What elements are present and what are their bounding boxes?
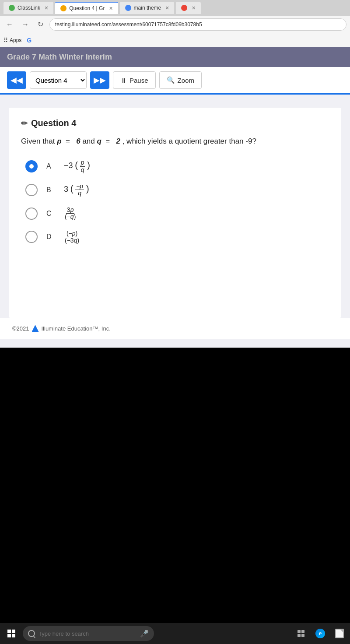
zoom-icon: 🔍 <box>167 76 175 84</box>
option-d-label: D <box>46 233 55 241</box>
question-title: ✏ Question 4 <box>21 118 329 128</box>
option-b-label: B <box>46 186 55 194</box>
dark-background <box>0 348 350 531</box>
windows-taskbar: 🎤 <box>0 623 350 644</box>
page-header-title: Grade 7 Math Winter Interim <box>7 53 112 61</box>
browser-chrome: ClassLink × Question 4 | Gr × main theme… <box>0 0 350 47</box>
pause-label: Pause <box>130 77 148 84</box>
nav-bar: ← → ↻ <box>0 16 350 33</box>
q-variable: q <box>97 137 101 145</box>
option-a-math: −3 ( p q ) <box>64 159 90 173</box>
frac-c-den: (−q) <box>64 214 77 220</box>
p-variable: p <box>57 137 61 145</box>
option-d-math: (−p) (−3q) <box>64 230 80 244</box>
tab-label-active: Question 4 | Gr <box>69 5 105 11</box>
radio-c[interactable] <box>25 208 38 220</box>
bookmark-google[interactable]: G <box>27 37 32 44</box>
tab-question4[interactable]: Question 4 | Gr × <box>55 2 118 14</box>
illuminate-logo-icon <box>32 325 39 332</box>
tab-favicon-extra <box>181 5 187 11</box>
bookmark-apps-label: Apps <box>10 37 21 43</box>
page-header: Grade 7 Math Winter Interim <box>0 47 350 67</box>
microphone-icon[interactable]: 🎤 <box>140 630 149 638</box>
next-question-button[interactable]: ▶▶ <box>90 71 109 89</box>
tab-favicon <box>9 5 15 11</box>
tab-maintheme[interactable]: main theme × <box>120 2 175 14</box>
tab-bar: ClassLink × Question 4 | Gr × main theme… <box>0 0 350 16</box>
option-b[interactable]: B 3 ( −p q ) <box>25 183 329 197</box>
windows-icon <box>7 630 15 637</box>
taskbar-search-bar[interactable]: 🎤 <box>23 626 154 641</box>
option-b-math: 3 ( −p q ) <box>64 183 89 197</box>
p-value: 6 <box>76 137 80 145</box>
q-value: 2 <box>116 137 120 145</box>
option-c[interactable]: C 3p (−q) <box>25 207 329 221</box>
task-view-button[interactable] <box>294 626 308 640</box>
tab-favicon-main <box>125 5 131 11</box>
page-footer: ©2021 Illuminate Education™, Inc. <box>0 318 350 339</box>
edge-browser-button[interactable] <box>313 626 327 640</box>
question-number-label: Question 4 <box>31 118 76 128</box>
zoom-label: Zoom <box>178 77 194 84</box>
next-icon: ▶▶ <box>94 75 106 85</box>
grid-icon <box>298 630 304 637</box>
assessment-toolbar: ◀◀ Question 4 ▶▶ ⏸ Pause 🔍 Zoom <box>0 67 350 95</box>
option-c-math: 3p (−q) <box>64 207 77 221</box>
option-c-label: C <box>46 210 55 218</box>
refresh-button[interactable]: ↻ <box>35 18 46 30</box>
tab-close-active[interactable]: × <box>109 5 112 12</box>
back-button[interactable]: ← <box>4 19 16 30</box>
taskbar-search-icon <box>28 630 35 637</box>
frac-b-den: q <box>77 190 82 197</box>
answer-options: A −3 ( p q ) B 3 ( <box>25 159 329 244</box>
google-icon: G <box>27 37 32 44</box>
tab-label: ClassLink <box>18 5 40 11</box>
question-suffix: , which yields a quotient greater than -… <box>122 137 256 145</box>
pencil-icon: ✏ <box>21 119 28 128</box>
address-bar[interactable] <box>49 18 346 31</box>
fraction-d: (−p) (−3q) <box>64 230 80 244</box>
option-a[interactable]: A −3 ( p q ) <box>25 159 329 173</box>
radio-b[interactable] <box>25 184 38 196</box>
frac-c-num: 3p <box>66 207 75 214</box>
radio-a[interactable] <box>25 160 38 172</box>
fraction-a: p q <box>80 159 85 173</box>
option-a-label: A <box>46 162 55 170</box>
and-text: and <box>82 137 97 145</box>
frac-a-num: p <box>80 159 85 166</box>
prev-question-button[interactable]: ◀◀ <box>7 71 26 89</box>
bookmarks-bar: ⠿ Apps G <box>0 33 350 47</box>
taskbar-icons <box>294 626 346 640</box>
taskbar-search-input[interactable] <box>38 630 136 637</box>
frac-d-num: (−p) <box>66 230 78 237</box>
pause-icon: ⏸ <box>120 77 127 84</box>
zoom-button[interactable]: 🔍 Zoom <box>159 71 202 89</box>
equals-2: = <box>104 137 114 145</box>
file-explorer-icon <box>335 629 344 638</box>
equals-1: = <box>63 137 74 145</box>
file-explorer-button[interactable] <box>332 626 346 640</box>
tab-label-main: main theme <box>134 5 161 11</box>
company-name: Illuminate Education™, Inc. <box>42 325 111 332</box>
start-button[interactable] <box>4 626 19 641</box>
prev-icon: ◀◀ <box>10 75 23 85</box>
question-card: ✏ Question 4 Given that p = 6 and q = 2 … <box>9 108 341 318</box>
question-text: Given that p = 6 and q = 2 , which yield… <box>21 135 329 147</box>
tab-classlink[interactable]: ClassLink × <box>4 2 53 14</box>
frac-d-den: (−3q) <box>64 237 80 244</box>
pause-button[interactable]: ⏸ Pause <box>113 71 156 89</box>
question-area: ✏ Question 4 Given that p = 6 and q = 2 … <box>0 95 350 348</box>
forward-button[interactable]: → <box>19 19 32 30</box>
frac-b-num: −p <box>75 183 84 190</box>
bookmark-apps[interactable]: ⠿ Apps <box>4 37 21 44</box>
tab-favicon-active <box>60 5 66 11</box>
fraction-b: −p q <box>75 183 84 197</box>
tab-close-extra[interactable]: × <box>192 4 195 11</box>
tab-close-main[interactable]: × <box>165 4 169 11</box>
option-d[interactable]: D (−p) (−3q) <box>25 230 329 244</box>
question-selector[interactable]: Question 4 <box>30 71 87 89</box>
tab-close[interactable]: × <box>45 4 48 11</box>
radio-d[interactable] <box>25 231 38 243</box>
edge-icon <box>315 629 325 638</box>
tab-extra[interactable]: × <box>176 2 200 14</box>
